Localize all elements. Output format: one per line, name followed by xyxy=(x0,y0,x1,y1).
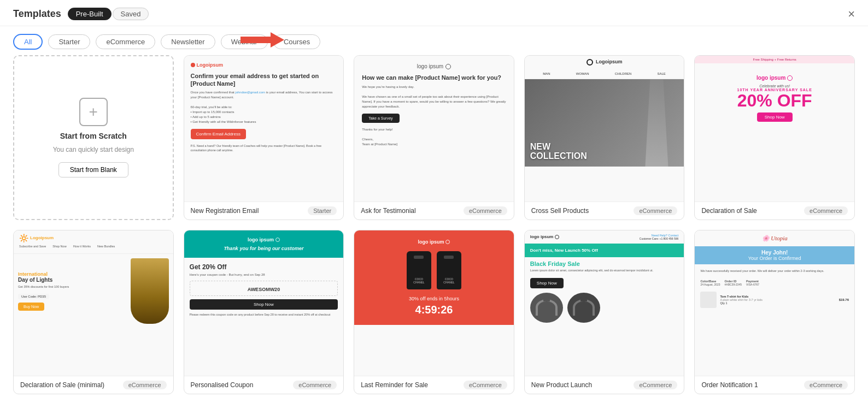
test-body: We hope you're having a lovely day. We h… xyxy=(362,85,506,109)
order-item-text: Tom T-shirt for Kids A plain white shirt… xyxy=(720,295,763,305)
registration-preview: Logoipsum Confirm your email address to … xyxy=(184,56,344,202)
sale-min-header: 🔆 Logoipsum Subscribe and Save Shop Now … xyxy=(14,230,173,254)
order-details: Color/Base 24 August, 2023 Order ID #ABC… xyxy=(695,277,854,288)
card-tag-label: eCommerce xyxy=(293,381,337,389)
order-item: Tom T-shirt for Kids A plain white shirt… xyxy=(695,288,854,311)
launch-products xyxy=(525,288,684,327)
close-button[interactable]: × xyxy=(848,8,855,20)
testimonial-preview: logo ipsum How we can make [Product Name… xyxy=(354,56,514,202)
card-tag-label: eCommerce xyxy=(634,206,677,215)
cross-banner-text: NEWCOLLECTION xyxy=(530,142,587,161)
card-name-label: Declaration of Sale xyxy=(701,207,756,215)
card-name-label: New Registration Email xyxy=(191,207,259,215)
order-preview: 🌸 Utopia Hey John! Your Order is Confirm… xyxy=(695,230,854,376)
card-tag-label: eCommerce xyxy=(804,381,848,389)
reg-title: Confirm your email address to get starte… xyxy=(191,72,337,88)
scratch-icon: + xyxy=(79,98,108,126)
card-declaration-sale[interactable]: Free Shipping + Free Returns logo ipsum … xyxy=(694,55,855,220)
filter-all[interactable]: All xyxy=(13,34,43,50)
card-coupon[interactable]: logo ipsum Thank you for being our custo… xyxy=(184,230,344,395)
coupon-footer: Please redeem this coupon code on any pr… xyxy=(190,313,338,316)
sale-min-img xyxy=(131,258,169,324)
card-footer: Ask for Testimonial eCommerce xyxy=(354,202,514,220)
card-name-label: Ask for Testimonial xyxy=(361,207,415,215)
order-header: 🌸 Utopia xyxy=(695,230,854,246)
launch-banner-text: Don't miss, New Launch 50% Off xyxy=(530,248,679,253)
card-name-label: New Product Launch xyxy=(531,381,592,389)
card-new-registration[interactable]: Logoipsum Confirm your email address to … xyxy=(184,55,344,220)
sale-min-button[interactable]: Buy Now xyxy=(18,303,44,311)
launch-preview: logo ipsum Need Help? Contact Customer C… xyxy=(525,230,684,376)
reg-logo: Logoipsum xyxy=(191,62,337,68)
coupon-shop-button[interactable]: Shop Now xyxy=(190,299,338,310)
declaration-preview: Free Shipping + Free Returns logo ipsum … xyxy=(695,56,854,202)
card-footer: Cross Sell Products eCommerce xyxy=(525,202,684,220)
test-title: How we can make [Product Name] work for … xyxy=(362,74,506,81)
sale-min-code: Use Code: PD35 xyxy=(18,294,49,299)
sale-min-desc: Get 35% discounts for first 100 buyers xyxy=(18,285,126,288)
cross-sell-preview: Logoipsum MAN WOMAN CHILDREN SALE NEWCOL… xyxy=(525,56,684,202)
sale-min-title: Day of Lights xyxy=(18,277,126,283)
card-last-reminder[interactable]: logo ipsum COCOCHANEL COCOCHANEL 3 xyxy=(354,230,514,395)
test-thanks: Thanks for your help!Cheers,Team at [Pro… xyxy=(362,127,506,147)
scratch-card[interactable]: + Start from Scratch You can quickly sta… xyxy=(13,55,174,220)
start-blank-button[interactable]: Start from Blank xyxy=(58,162,128,177)
card-footer: Last Reminder for Sale eCommerce xyxy=(354,376,514,394)
decl-shop-button[interactable]: Shop Now xyxy=(757,112,793,122)
scratch-preview: + Start from Scratch You can quickly sta… xyxy=(14,56,173,219)
card-order-notification[interactable]: 🌸 Utopia Hey John! Your Order is Confirm… xyxy=(694,230,855,395)
card-new-product-launch[interactable]: logo ipsum Need Help? Contact Customer C… xyxy=(524,230,685,395)
reminder-product: COCOCHANEL COCOCHANEL xyxy=(363,251,505,289)
tab-saved[interactable]: Saved xyxy=(113,8,149,20)
filter-newsletter[interactable]: Newsletter xyxy=(161,34,215,49)
card-name-label: Order Notification 1 xyxy=(701,381,758,389)
card-testimonial[interactable]: logo ipsum How we can make [Product Name… xyxy=(354,55,514,220)
reminder-offer-text: 30% off ends in 5hours xyxy=(363,296,505,301)
reg-ps: P.S. Need a hand? Our friendly team of C… xyxy=(191,144,337,153)
order-blue-bar: Hey John! Your Order is Confirmed xyxy=(695,246,854,264)
card-footer: New Product Launch eCommerce xyxy=(525,376,684,394)
card-footer: Declaration of Sale eCommerce xyxy=(695,202,854,220)
card-tag-label: eCommerce xyxy=(804,206,848,215)
card-tag-label: eCommerce xyxy=(123,381,167,389)
coupon-tagline: Thank you for being our customer xyxy=(191,246,337,251)
page-title: Templates xyxy=(13,8,61,20)
reminder-logo: logo ipsum xyxy=(363,239,505,245)
card-name-label: Last Reminder for Sale xyxy=(361,381,428,389)
decl-logo: logo ipsum xyxy=(699,68,850,84)
filter-starter[interactable]: Starter xyxy=(48,34,90,49)
card-tag-label: eCommerce xyxy=(464,381,507,389)
survey-button[interactable]: Take a Survey xyxy=(362,114,399,123)
sale-min-body: International Day of Lights Get 35% disc… xyxy=(14,254,173,328)
card-tag-label: Starter xyxy=(308,206,337,215)
reminder-preview: logo ipsum COCOCHANEL COCOCHANEL 3 xyxy=(354,230,514,376)
sale-min-text: International Day of Lights Get 35% disc… xyxy=(18,271,126,311)
launch-shop-button[interactable]: Shop Now xyxy=(530,278,564,288)
coupon-offer: Get 20% Off xyxy=(190,263,338,271)
header: Templates Pre-Built Saved × xyxy=(0,0,868,26)
launch-help: Need Help? Contact Customer Care: +1 800… xyxy=(640,234,679,240)
declaration-minimal-preview: 🔆 Logoipsum Subscribe and Save Shop Now … xyxy=(14,230,173,376)
coupon-desc: Here's your coupon code - But hurry, end… xyxy=(190,273,338,276)
filter-ecommerce[interactable]: eCommerce xyxy=(96,34,155,49)
order-item-img xyxy=(700,292,717,308)
card-name-label: Declaration of Sale (minimal) xyxy=(20,381,104,389)
order-hey: Hey John! xyxy=(700,250,849,256)
tab-group: Pre-Built Saved xyxy=(68,8,149,20)
launch-body: Lorem ipsum dolor sit amet, consectetur … xyxy=(525,268,684,277)
launch-logo: logo ipsum xyxy=(530,234,560,239)
cross-sell-image: NEWCOLLECTION xyxy=(525,79,684,167)
card-cross-sell[interactable]: Logoipsum MAN WOMAN CHILDREN SALE NEWCOL… xyxy=(524,55,685,220)
sale-min-nav: Subscribe and Save Shop Now How it Works… xyxy=(19,242,168,250)
coupon-preview: logo ipsum Thank you for being our custo… xyxy=(184,230,344,376)
confirm-email-button[interactable]: Confirm Email Address xyxy=(191,129,246,139)
sale-min-big: International xyxy=(18,271,126,277)
cross-logo: Logoipsum xyxy=(525,56,684,69)
tab-prebuilt[interactable]: Pre-Built xyxy=(68,8,112,20)
card-tag-label: eCommerce xyxy=(464,206,507,215)
card-declaration-minimal[interactable]: 🔆 Logoipsum Subscribe and Save Shop Now … xyxy=(13,230,174,395)
coupon-logo: logo ipsum xyxy=(191,237,337,242)
reminder-timer: 4:59:26 xyxy=(363,304,505,316)
order-confirmed: Your Order is Confirmed xyxy=(700,256,849,261)
scratch-subtitle: You can quickly start design xyxy=(53,146,134,153)
